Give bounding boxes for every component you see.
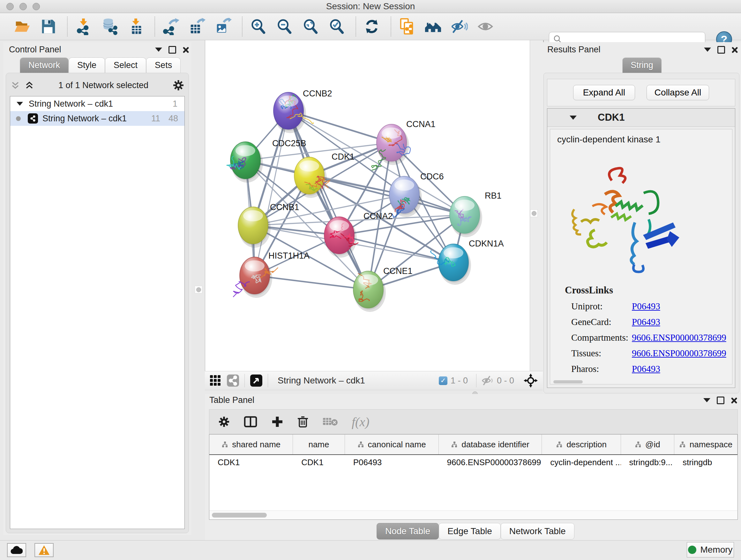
- zoom-selected-button[interactable]: [327, 17, 346, 36]
- export-image-button[interactable]: [214, 17, 232, 36]
- column-header[interactable]: description: [542, 435, 621, 454]
- scrollbar-thumb[interactable]: [212, 513, 267, 517]
- section-expander-icon[interactable]: [569, 116, 577, 120]
- show-all-button[interactable]: [476, 17, 495, 36]
- hide-selected-button[interactable]: [450, 17, 468, 36]
- maximize-panel-icon[interactable]: [169, 46, 176, 54]
- memory-button[interactable]: Memory: [687, 542, 734, 557]
- clone-network-button[interactable]: [398, 17, 416, 36]
- table-cell[interactable]: 9606.ENSP00000378699: [439, 455, 542, 470]
- column-header[interactable]: namespace: [674, 435, 738, 454]
- tab-select[interactable]: Select: [105, 57, 146, 73]
- crosslink-link[interactable]: P06493: [632, 364, 660, 374]
- gear-icon[interactable]: [173, 79, 184, 91]
- tab-string[interactable]: String: [622, 57, 662, 73]
- float-panel-icon[interactable]: [155, 48, 162, 52]
- apply-function-button[interactable]: f(x): [352, 415, 369, 429]
- column-header[interactable]: name: [293, 435, 345, 454]
- import-network-file-button[interactable]: [74, 17, 92, 36]
- table-cell[interactable]: CDK1: [293, 455, 345, 470]
- crosshair-icon[interactable]: [523, 373, 538, 388]
- traffic-lights: [6, 3, 40, 10]
- network-label: String Network – cdk1: [43, 114, 127, 124]
- create-column-button[interactable]: [271, 416, 283, 428]
- table-cell[interactable]: P06493: [345, 455, 439, 470]
- import-table-file-button[interactable]: [126, 17, 145, 36]
- float-panel-icon[interactable]: [703, 398, 711, 402]
- node-result-header[interactable]: CDK1: [547, 109, 735, 127]
- table-cell[interactable]: stringdb:9...: [621, 455, 674, 470]
- network-share-icon[interactable]: [226, 374, 239, 387]
- save-session-button[interactable]: [39, 17, 57, 36]
- network-view[interactable]: CCNB2CCNA1CDC25BCDK1CDC6RB1CCNB1CCNA2CDK…: [205, 40, 530, 371]
- tab-network-table[interactable]: Network Table: [501, 523, 575, 540]
- results-scrollbar-thumb[interactable]: [553, 380, 583, 383]
- tab-style[interactable]: Style: [69, 57, 105, 73]
- first-neighbors-button[interactable]: [424, 17, 442, 36]
- open-in-window-icon[interactable]: [250, 374, 263, 387]
- float-panel-icon[interactable]: [704, 48, 711, 52]
- open-session-button[interactable]: [13, 17, 31, 36]
- collection-expander-icon[interactable]: [17, 102, 23, 106]
- crosslink-link[interactable]: P06493: [632, 317, 660, 327]
- network-node-count: 11: [151, 114, 160, 124]
- expand-all-icon[interactable]: [24, 80, 34, 90]
- node-table[interactable]: shared namenamecanonical namedatabase id…: [209, 434, 738, 520]
- network-graph[interactable]: CCNB2CCNA1CDC25BCDK1CDC6RB1CCNB1CCNA2CDK…: [205, 40, 530, 371]
- crosslink-link[interactable]: P06493: [632, 301, 660, 311]
- column-settings-button[interactable]: [218, 416, 230, 428]
- column-type-icon: [635, 441, 642, 448]
- table-cell[interactable]: CDK1: [209, 455, 293, 470]
- delete-column-button[interactable]: [297, 416, 308, 428]
- crosslinks-section: CrossLinks Uniprot:P06493GeneCard:P06493…: [550, 285, 732, 374]
- node-result-title: CDK1: [598, 112, 624, 123]
- table-cell[interactable]: stringdb: [674, 455, 738, 470]
- right-splitter-handle[interactable]: [530, 209, 538, 217]
- network-collection-row[interactable]: String Network – cdk1 1: [10, 97, 185, 111]
- table-row[interactable]: CDK1CDK1P064939606.ENSP00000378699cyclin…: [209, 455, 738, 470]
- collapse-all-icon[interactable]: [10, 80, 20, 90]
- memory-label: Memory: [700, 545, 732, 555]
- tab-edge-table[interactable]: Edge Table: [439, 523, 501, 540]
- zoom-in-button[interactable]: [249, 17, 267, 36]
- crosslink-link[interactable]: 9606.ENSP00000378699: [632, 348, 726, 358]
- expand-all-button[interactable]: Expand All: [573, 85, 635, 100]
- delete-table-button[interactable]: [322, 417, 338, 427]
- selected-counts: 1 - 0: [451, 376, 468, 386]
- selected-checkbox-icon[interactable]: ✓: [439, 376, 448, 385]
- zoom-out-button[interactable]: [275, 17, 293, 36]
- collapse-all-button[interactable]: Collapse All: [647, 85, 709, 100]
- column-header[interactable]: canonical name: [345, 435, 439, 454]
- close-panel-icon[interactable]: [183, 47, 189, 53]
- tab-network[interactable]: Network: [20, 57, 69, 73]
- show-hide-columns-button[interactable]: [244, 416, 257, 428]
- control-panel: Control Panel Network Style Select Sets …: [3, 42, 192, 535]
- crosslink-link[interactable]: 9606.ENSP00000378699: [632, 332, 726, 343]
- crosslink-label: Pharos:: [571, 364, 632, 374]
- close-window-button[interactable]: [6, 3, 14, 10]
- table-cell[interactable]: cyclin-dependent ...: [542, 455, 621, 470]
- column-header[interactable]: shared name: [209, 435, 293, 454]
- maximize-panel-icon[interactable]: [718, 46, 725, 54]
- minimize-window-button[interactable]: [19, 3, 27, 10]
- cloud-status-button[interactable]: [7, 543, 26, 557]
- export-table-button[interactable]: [188, 17, 206, 36]
- left-splitter-handle[interactable]: [195, 286, 202, 294]
- export-network-button[interactable]: [161, 17, 180, 36]
- close-panel-icon[interactable]: [731, 397, 737, 403]
- node-result-content: cyclin-dependent kinase 1: [550, 129, 732, 384]
- close-panel-icon[interactable]: [731, 47, 738, 53]
- tab-sets[interactable]: Sets: [146, 57, 181, 73]
- tab-node-table[interactable]: Node Table: [377, 523, 439, 540]
- import-network-database-button[interactable]: [100, 17, 119, 36]
- update-network-button[interactable]: [362, 17, 381, 36]
- column-header[interactable]: @id: [621, 435, 674, 454]
- grid-view-icon[interactable]: [209, 374, 221, 387]
- table-horizontal-scrollbar[interactable]: [209, 510, 738, 519]
- zoom-fit-button[interactable]: [301, 17, 320, 36]
- column-header[interactable]: database identifier: [439, 435, 542, 454]
- zoom-window-button[interactable]: [32, 3, 40, 10]
- warning-status-button[interactable]: [35, 543, 54, 557]
- network-row[interactable]: String Network – cdk1 11 48: [10, 111, 185, 126]
- maximize-panel-icon[interactable]: [717, 396, 724, 404]
